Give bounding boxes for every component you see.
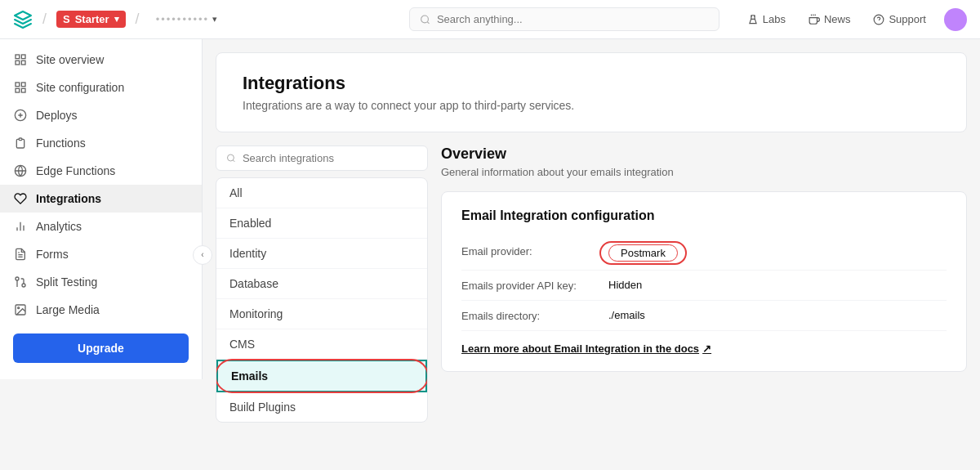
sidebar-label-site-configuration: Site configuration — [36, 81, 124, 94]
filter-list: All Enabled Identity Database Monitoring… — [216, 177, 428, 423]
config-label-directory: Emails directory: — [461, 309, 608, 322]
svg-point-22 — [16, 277, 19, 280]
plugin-icon — [13, 191, 28, 206]
config-value-directory: ./emails — [608, 309, 645, 321]
sidebar-wrapper: Site overview Site configuration Deploys… — [0, 39, 203, 470]
svg-point-25 — [18, 307, 20, 309]
project-name: •••••••••• — [156, 13, 210, 25]
filter-item-emails[interactable]: Emails — [216, 360, 427, 392]
svg-point-26 — [227, 154, 234, 161]
sidebar-item-integrations[interactable]: Integrations — [0, 185, 202, 213]
svg-rect-8 — [21, 55, 25, 59]
search-input[interactable] — [437, 13, 709, 25]
sidebar-item-deploys[interactable]: Deploys — [0, 101, 202, 129]
svg-rect-10 — [21, 60, 25, 65]
support-icon — [873, 14, 884, 25]
news-label: News — [824, 13, 851, 25]
docs-link[interactable]: Learn more about Email Integration in th… — [461, 342, 947, 355]
filter-search-input[interactable] — [243, 152, 417, 164]
split-icon — [13, 275, 28, 289]
brand-badge[interactable]: S Starter ▾ — [56, 11, 126, 28]
sidebar-label-functions: Functions — [36, 137, 86, 150]
analytics-icon — [13, 219, 28, 234]
config-row-provider: Email provider: Postmark — [461, 236, 947, 271]
brand-label: Starter — [75, 13, 109, 25]
topnav: / S Starter ▾ / •••••••••• ▾ Labs News — [0, 0, 980, 39]
filter-item-all[interactable]: All — [216, 178, 427, 208]
integrations-header: Integrations Integrations are a way to c… — [216, 52, 967, 132]
support-button[interactable]: Support — [868, 10, 931, 29]
filter-item-database[interactable]: Database — [216, 269, 427, 299]
forms-icon — [13, 247, 28, 262]
separator-1: / — [42, 11, 47, 28]
labs-label: Labs — [763, 13, 786, 25]
settings-icon — [13, 80, 28, 95]
config-row-directory: Emails directory: ./emails — [461, 301, 947, 331]
svg-rect-11 — [16, 83, 20, 87]
logo[interactable] — [13, 10, 33, 29]
media-icon — [13, 302, 28, 317]
sidebar-label-site-overview: Site overview — [36, 53, 104, 66]
filter-item-enabled[interactable]: Enabled — [216, 208, 427, 239]
filter-item-monitoring[interactable]: Monitoring — [216, 299, 427, 329]
overview-title: Overview — [441, 145, 967, 163]
svg-rect-14 — [21, 88, 25, 92]
svg-line-27 — [233, 160, 234, 162]
filter-col: All Enabled Identity Database Monitoring… — [216, 145, 428, 470]
external-link-icon: ↗ — [702, 342, 711, 355]
svg-rect-12 — [21, 83, 25, 87]
svg-line-1 — [427, 21, 429, 23]
config-card: Email Integration configuration Email pr… — [441, 191, 967, 372]
integrations-body: All Enabled Identity Database Monitoring… — [216, 145, 967, 470]
config-label-apikey: Emails provider API key: — [461, 279, 608, 292]
topnav-actions: Labs News Support — [742, 8, 967, 31]
search-integrations[interactable] — [216, 145, 428, 171]
news-icon — [808, 14, 820, 25]
sidebar-item-edge-functions[interactable]: Edge Functions — [0, 157, 202, 185]
sidebar-item-forms[interactable]: Forms — [0, 240, 202, 268]
chevron-down-icon: ▾ — [114, 14, 119, 25]
sidebar: Site overview Site configuration Deploys… — [0, 39, 203, 379]
svg-rect-9 — [16, 60, 20, 65]
grid-icon — [13, 52, 28, 67]
filter-item-cms[interactable]: CMS — [216, 329, 427, 360]
sidebar-upgrade: Upgrade — [13, 333, 189, 363]
overview-description: General information about your emails in… — [441, 166, 967, 178]
avatar[interactable] — [944, 8, 967, 31]
svg-rect-13 — [16, 88, 20, 92]
sidebar-item-analytics[interactable]: Analytics — [0, 213, 202, 240]
sidebar-item-split-testing[interactable]: Split Testing — [0, 268, 202, 296]
sidebar-item-functions[interactable]: Functions — [0, 129, 202, 157]
function-icon — [13, 136, 28, 150]
rocket-icon — [13, 108, 28, 123]
sidebar-label-split-testing: Split Testing — [36, 275, 97, 289]
config-card-title: Email Integration configuration — [461, 208, 947, 223]
config-value-provider: Postmark — [608, 244, 678, 262]
labs-button[interactable]: Labs — [742, 10, 791, 29]
sidebar-label-deploys: Deploys — [36, 109, 78, 122]
main-layout: Site overview Site configuration Deploys… — [0, 39, 980, 470]
sidebar-item-site-configuration[interactable]: Site configuration — [0, 74, 202, 101]
sidebar-collapse-button[interactable]: ‹ — [193, 245, 212, 265]
news-button[interactable]: News — [804, 10, 856, 29]
detail-col: Overview General information about your … — [441, 145, 967, 470]
labs-icon — [747, 14, 759, 25]
sidebar-label-edge-functions: Edge Functions — [36, 164, 115, 177]
overview-section: Overview General information about your … — [441, 145, 967, 178]
sidebar-item-large-media[interactable]: Large Media — [0, 296, 202, 324]
config-label-provider: Email provider: — [461, 244, 608, 257]
support-label: Support — [889, 13, 926, 25]
sidebar-label-analytics: Analytics — [36, 220, 82, 233]
content-area: Integrations Integrations are a way to c… — [203, 39, 980, 470]
sidebar-label-integrations: Integrations — [36, 192, 101, 205]
filter-item-identity[interactable]: Identity — [216, 239, 427, 269]
svg-point-21 — [22, 284, 25, 287]
search-icon — [420, 14, 430, 25]
upgrade-button[interactable]: Upgrade — [13, 333, 189, 363]
emails-label: Emails — [231, 369, 268, 383]
filter-item-build-plugins[interactable]: Build Plugins — [216, 392, 427, 422]
edge-icon — [13, 163, 28, 178]
project-selector[interactable]: •••••••••• ▾ — [149, 10, 225, 29]
global-search[interactable] — [409, 7, 719, 31]
sidebar-item-site-overview[interactable]: Site overview — [0, 46, 202, 74]
